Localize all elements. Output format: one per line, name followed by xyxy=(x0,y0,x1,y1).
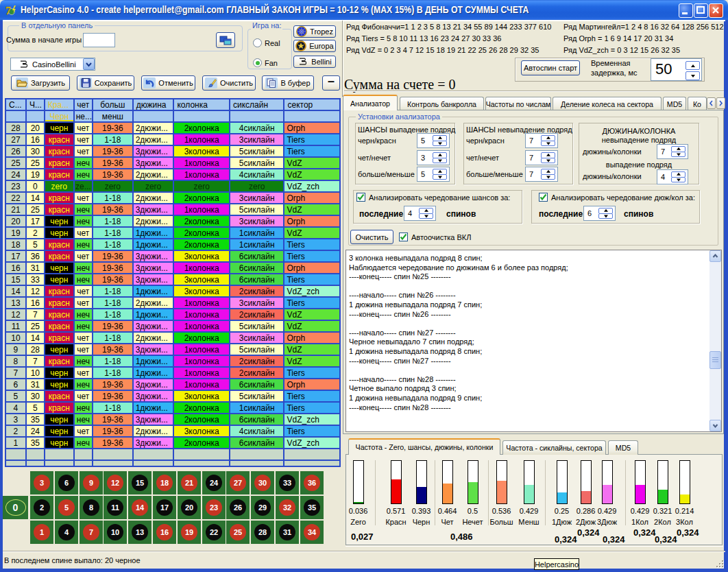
svg-text:7: 7 xyxy=(5,5,11,16)
